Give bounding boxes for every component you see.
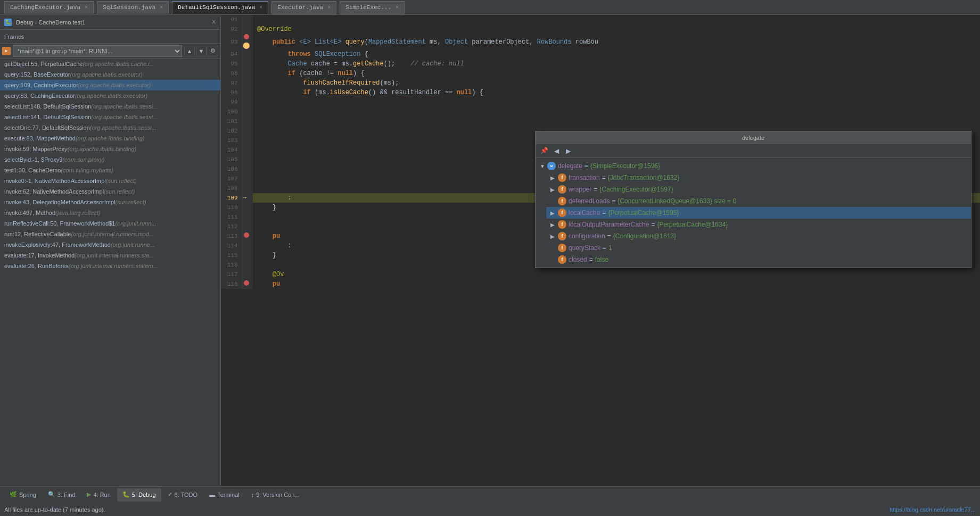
tree-expand-arrow[interactable]: ▶ xyxy=(550,210,558,216)
tree-expand-arrow[interactable]: ▼ xyxy=(540,163,547,169)
frames-bar: Frames xyxy=(0,30,220,44)
nav-up-button[interactable]: ▲ xyxy=(184,46,195,56)
stack-frame-item[interactable]: run:12, ReflectiveCallable (org.junit.in… xyxy=(0,229,220,239)
tab-caching-executor[interactable]: CachingExecutor.java × xyxy=(4,1,94,14)
tree-var-name: configuration xyxy=(569,232,605,240)
line-gutter xyxy=(242,126,253,136)
stack-frame-item[interactable]: runReflectiveCall:50, FrameworkMethod$1 … xyxy=(0,218,220,229)
stack-frame-item[interactable]: invoke:62, NativeMethodAccessorImpl (sun… xyxy=(0,186,220,197)
tab-find[interactable]: 🔍 3: Find xyxy=(43,488,81,502)
tree-var-value: {ConcurrentLinkedQueue@1633} size = 0 xyxy=(617,197,736,205)
line-gutter xyxy=(242,116,253,126)
thread-selector[interactable]: *main*@1 in group *main*: RUNNI... xyxy=(13,45,182,57)
stack-frame-item[interactable]: evaluate:26, RunBefores (org.junit.inter… xyxy=(0,261,220,271)
close-debug-button[interactable]: × xyxy=(212,18,216,27)
tab-default-sql-session[interactable]: DefaultSqlSession.java × xyxy=(172,1,268,14)
line-gutter xyxy=(242,270,253,279)
tree-var-value: {SimpleExecutor@1596} xyxy=(590,162,660,170)
tree-row-closed[interactable]: ▶ f closed = false xyxy=(546,254,971,265)
debug-header: 🐛 Debug - CacheDemo.test1 × xyxy=(0,15,220,30)
stack-frame-item[interactable]: invokeExplosively:47, FrameworkMethod (o… xyxy=(0,239,220,250)
tab-close-icon[interactable]: × xyxy=(85,5,88,11)
stack-frame-item-selected[interactable]: query:109, CachingExecutor (org.apache.i… xyxy=(0,80,220,90)
line-gutter xyxy=(242,145,253,155)
tab-close-icon[interactable]: × xyxy=(327,5,331,11)
stack-frame-item[interactable]: evaluate:17, InvokeMethod (org.junit.int… xyxy=(0,250,220,261)
tab-version-control[interactable]: ↕ 9: Version Con... xyxy=(246,488,305,502)
tab-executor[interactable]: Executor.java × xyxy=(271,1,336,14)
tab-close-icon[interactable]: × xyxy=(396,5,399,11)
stack-frame-item[interactable]: selectOne:77, DefaultSqlSession (org.apa… xyxy=(0,122,220,133)
breakpoint-dot xyxy=(244,34,249,39)
stack-frame-item[interactable]: test1:30, CacheDemo (com.tuling.mybatis) xyxy=(0,165,220,176)
tree-row-local-cache[interactable]: ▶ f localCache = {PerpetualCache@1595} xyxy=(546,207,971,219)
stack-frame-item[interactable]: selectList:141, DefaultSqlSession (org.a… xyxy=(0,112,220,122)
stack-frame-item[interactable]: selectList:148, DefaultSqlSession (org.a… xyxy=(0,101,220,112)
code-line-91: 91 xyxy=(221,15,980,24)
popup-back-button[interactable]: ◀ xyxy=(551,146,561,156)
tree-row-deferred-loads[interactable]: ▶ f deferredLoads = {ConcurrentLinkedQue… xyxy=(546,195,971,207)
line-number: 116 xyxy=(221,260,242,270)
stack-frame-item[interactable]: selectByid:-1, $Proxy9 (com.sun.proxy) xyxy=(0,154,220,165)
code-editor: 91 92 @Override 93 ⬤ public <E> xyxy=(221,15,980,486)
tab-label: 3: Find xyxy=(57,492,76,498)
tree-type-icon: f xyxy=(558,209,566,217)
stack-frame-item[interactable]: getObject:55, PerpetualCache (org.apache… xyxy=(0,59,220,69)
stack-frame-item[interactable]: invoke:59, MapperProxy (org.apache.ibati… xyxy=(0,144,220,154)
tab-run[interactable]: ▶ 4: Run xyxy=(81,488,116,502)
popup-forward-button[interactable]: ▶ xyxy=(563,146,573,156)
tab-debug[interactable]: 🐛 5: Debug xyxy=(117,488,161,502)
line-code: @Override xyxy=(253,24,980,34)
tab-terminal[interactable]: ▬ Terminal xyxy=(204,488,245,502)
tab-spring[interactable]: 🌿 Spring xyxy=(4,488,42,502)
tree-expand-arrow[interactable]: ▶ xyxy=(550,175,558,181)
tab-todo[interactable]: ✓ 6: TODO xyxy=(162,488,203,502)
tab-simple-exec[interactable]: SimpleExec... × xyxy=(340,1,405,14)
tree-var-name: deferredLoads xyxy=(569,197,610,205)
line-gutter xyxy=(242,49,253,59)
thread-bar: ▶ *main*@1 in group *main*: RUNNI... ▲ ▼… xyxy=(0,44,220,59)
tree-type-icon: ∞ xyxy=(547,162,556,170)
tree-expand-arrow[interactable]: ▶ xyxy=(550,187,558,193)
code-line-96: 96 if (cache != null) { xyxy=(221,69,980,78)
breakpoint-dot xyxy=(244,232,249,238)
tree-type-icon: f xyxy=(558,173,566,182)
stack-frame-item[interactable]: execute:83, MapperMethod (org.apache.iba… xyxy=(0,133,220,144)
url-text[interactable]: https://blog.csdn.net/u/oracle77... xyxy=(890,506,976,513)
line-gutter xyxy=(242,97,253,107)
stack-frame-item[interactable]: invoke0:-1, NativeMethodAccessorImpl (su… xyxy=(0,176,220,186)
tree-var-value: 1 xyxy=(608,244,612,252)
line-code: throws SQLException { xyxy=(253,49,980,59)
tree-row-local-output-cache[interactable]: ▶ f localOutputParameterCache = {Perpetu… xyxy=(546,219,971,230)
tree-type-icon: f xyxy=(558,220,566,229)
stack-frame-item[interactable]: invoke:497, Method (java.lang.reflect) xyxy=(0,207,220,218)
tab-close-icon[interactable]: × xyxy=(259,5,262,11)
tree-row-transaction[interactable]: ▶ f transaction = {JdbcTransaction@1632} xyxy=(546,172,971,184)
line-gutter xyxy=(242,174,253,184)
line-number: 101 xyxy=(221,116,242,126)
tab-sql-session[interactable]: SqlSession.java × xyxy=(97,1,169,14)
tree-type-icon: f xyxy=(558,232,566,240)
tree-row-query-stack[interactable]: ▶ f queryStack = 1 xyxy=(546,242,971,254)
tree-row-wrapper[interactable]: ▶ f wrapper = {CachingExecutor@1597} xyxy=(546,184,971,195)
tab-close-icon[interactable]: × xyxy=(160,5,163,11)
tree-row-configuration[interactable]: ▶ f configuration = {Configuration@1613} xyxy=(546,230,971,242)
popup-pin-icon[interactable]: 📌 xyxy=(539,146,549,156)
tree-expand-arrow[interactable]: ▶ xyxy=(550,234,558,239)
stack-frame-item[interactable]: invoke:43, DelegatingMethodAccessorImpl … xyxy=(0,197,220,207)
line-number: 107 xyxy=(221,174,242,184)
tab-label: 4: Run xyxy=(93,492,110,498)
nav-down-button[interactable]: ▼ xyxy=(196,46,207,56)
tree-type-icon: f xyxy=(558,255,566,264)
tree-row-delegate[interactable]: ▼ ∞ delegate = {SimpleExecutor@1596} xyxy=(536,160,971,172)
line-gutter xyxy=(242,251,253,260)
stack-frame-item[interactable]: query:152, BaseExecutor (org.apache.ibat… xyxy=(0,69,220,80)
nav-filter-button[interactable]: ⚙ xyxy=(208,46,218,56)
tree-expand-arrow[interactable]: ▶ xyxy=(550,222,558,228)
stack-frame-item[interactable]: query:83, CachingExecutor (org.apache.ib… xyxy=(0,90,220,101)
status-message: All files are up-to-date (7 minutes ago)… xyxy=(4,506,105,513)
run-icon: ▶ xyxy=(87,491,91,498)
line-gutter xyxy=(242,241,253,251)
line-gutter xyxy=(242,24,253,34)
code-line-101: 101 xyxy=(221,116,980,126)
